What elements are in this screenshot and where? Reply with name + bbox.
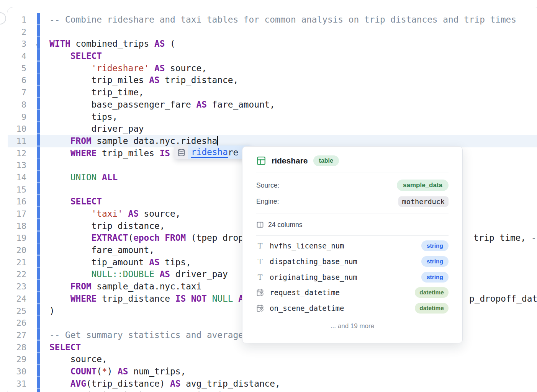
line-number: 20 — [7, 244, 26, 256]
code-line[interactable]: SELECT — [49, 50, 537, 62]
line-number: 3 — [7, 38, 26, 50]
info-value-badge: sample_data — [397, 180, 449, 191]
code-line[interactable]: driver_pay — [49, 123, 537, 135]
code-line[interactable]: trip_time, — [49, 87, 537, 99]
code-token: trip_time, — [49, 87, 144, 97]
code-token: WHERE — [70, 294, 97, 304]
column-type-badge: string — [421, 240, 449, 251]
text-type-icon: T — [256, 273, 264, 281]
line-number: 6 — [7, 74, 26, 87]
line-number: 28 — [7, 341, 26, 354]
code-token: trip_distance — [97, 294, 175, 304]
code-token: source, — [139, 209, 181, 219]
code-token — [154, 269, 160, 279]
code-token: ) — [107, 366, 118, 376]
line-number: 29 — [7, 353, 26, 366]
autocomplete-dropdown[interactable]: rideshare — [174, 145, 251, 159]
line-number: 8 — [7, 99, 26, 111]
code-token: trip_miles — [49, 75, 149, 85]
line-number: 12 — [7, 147, 26, 160]
code-token: (trip_time) — [86, 390, 149, 392]
sql-editor-screen: { "editor": { "active_line": 11, "cursor… — [0, 0, 537, 392]
line-number: 10 — [7, 123, 26, 135]
code-line[interactable]: WITH combined_trips AS ( — [49, 38, 537, 50]
code-token — [233, 294, 238, 304]
line-number: 7 — [7, 87, 26, 99]
code-token: AS — [154, 39, 165, 49]
code-token — [160, 233, 165, 243]
code-line[interactable]: AVG(trip_distance) AS avg_trip_distance, — [49, 378, 537, 390]
code-token: ( — [97, 366, 102, 376]
popup-title: rideshare — [272, 156, 308, 165]
autocomplete-item-rideshare[interactable]: rideshare — [188, 145, 251, 159]
code-line[interactable]: base_passenger_fare AS fare_amount, — [49, 99, 537, 111]
code-line[interactable]: COUNT(*) AS num_trips, — [49, 366, 537, 378]
column-name: on_scene_datetime — [270, 304, 344, 312]
code-token — [49, 379, 70, 389]
table-type-badge: table — [313, 155, 339, 166]
code-token: num_trips, — [128, 366, 186, 376]
code-line[interactable]: FROM sample_data.nyc.ridesha — [49, 135, 537, 147]
info-value-badge: motherduck — [398, 196, 449, 207]
more-columns-label: ... and 19 more — [256, 322, 449, 330]
column-row: Thvfhs_license_numstring — [256, 238, 449, 254]
line-number: 15 — [7, 184, 26, 196]
code-token — [49, 51, 70, 61]
code-token — [49, 63, 92, 73]
code-token — [49, 172, 70, 182]
code-line[interactable]: -- Combine rideshare and taxi tables for… — [49, 14, 537, 26]
code-token: 'rideshare' — [92, 63, 149, 73]
code-token: tip_amount — [49, 257, 149, 267]
column-name: request_datetime — [270, 288, 340, 297]
code-token: source, — [165, 63, 207, 73]
line-number: 32 — [7, 390, 26, 392]
code-token: NULL — [212, 294, 233, 304]
column-row: Toriginating_base_numstring — [256, 269, 449, 285]
code-token: AS — [154, 63, 165, 73]
line-number: 2 — [7, 26, 26, 38]
code-token — [123, 209, 128, 219]
code-line[interactable] — [49, 26, 537, 38]
code-token: fare_amount, — [49, 245, 154, 255]
code-line[interactable]: AVG(trip_time) AS avg_trip_time, — [49, 390, 537, 392]
code-line[interactable]: tips, — [49, 111, 537, 123]
columns-count-label: 24 columns — [268, 221, 303, 229]
column-type-badge: datetime — [415, 303, 449, 314]
code-token — [49, 136, 70, 146]
code-line[interactable]: 'rideshare' AS source, — [49, 62, 537, 75]
code-line[interactable]: source, — [49, 353, 537, 366]
code-token — [49, 390, 70, 392]
column-type-badge: string — [421, 256, 449, 267]
code-token — [49, 209, 92, 219]
code-token: AS — [118, 366, 128, 376]
code-token: driver_pay — [170, 269, 228, 279]
column-type-badge: string — [421, 272, 449, 283]
code-token: WHERE — [70, 148, 97, 158]
code-token: (trip_distance) — [86, 379, 170, 389]
autocomplete-match-text: ridesha — [191, 147, 228, 158]
code-token: tips, — [49, 112, 118, 122]
calendar-clock-icon — [256, 304, 264, 312]
code-token: FROM — [70, 281, 92, 291]
column-row: on_scene_datetimedatetime — [256, 301, 449, 316]
line-number: 25 — [7, 305, 26, 317]
text-type-icon: T — [256, 242, 264, 250]
code-token — [49, 366, 70, 376]
code-token: AS — [149, 257, 159, 267]
code-token — [49, 281, 70, 291]
code-line[interactable]: trip_miles AS trip_distance, — [49, 74, 537, 87]
column-row: Tdispatching_base_numstring — [256, 254, 449, 270]
column-name: dispatching_base_num — [270, 257, 357, 266]
code-token: ( — [128, 233, 133, 243]
info-label: Engine: — [256, 198, 279, 206]
line-number: 11 — [7, 135, 26, 147]
code-token: ALL — [102, 172, 118, 182]
column-name: originating_base_num — [270, 273, 357, 281]
code-token: AVG — [70, 390, 86, 392]
line-number: 21 — [7, 256, 26, 269]
code-token — [49, 148, 70, 158]
line-number: 17 — [7, 208, 26, 220]
code-token: source, — [49, 354, 107, 364]
code-token: sample_data.nyc.ridesha — [92, 136, 218, 146]
code-token: (tpep_dropo — [186, 233, 249, 243]
